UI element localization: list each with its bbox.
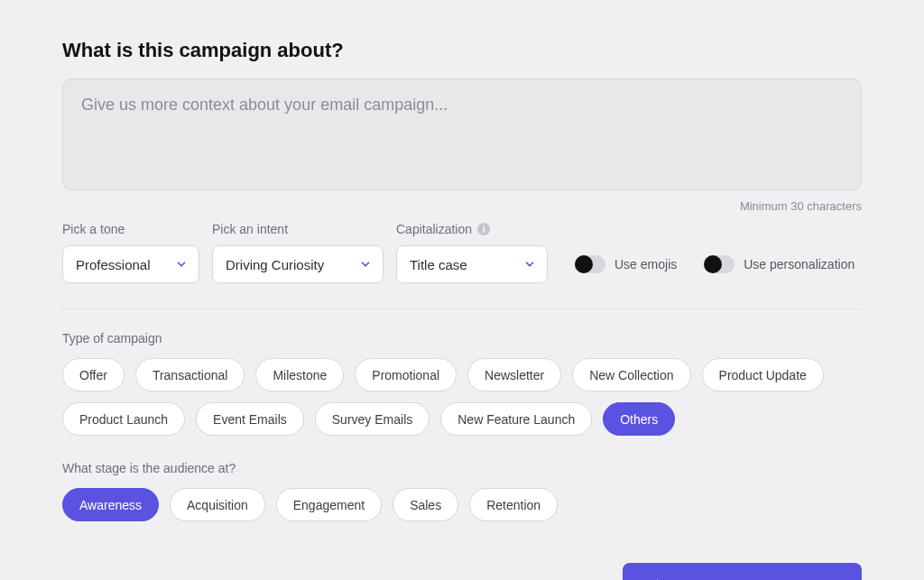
intent-value: Driving Curiosity <box>226 257 324 272</box>
emojis-toggle-label: Use emojis <box>614 257 677 272</box>
campaign-type-chip[interactable]: New Collection <box>572 358 690 391</box>
campaign-type-chip[interactable]: New Feature Launch <box>440 402 592 436</box>
campaign-type-chips: OfferTransactionalMilestonePromotionalNe… <box>62 358 862 436</box>
tone-label: Pick a tone <box>62 222 199 236</box>
emojis-toggle[interactable] <box>575 255 605 273</box>
page-title: What is this campaign about? <box>62 39 862 62</box>
intent-label: Pick an intent <box>212 222 383 236</box>
info-icon[interactable]: i <box>477 223 490 235</box>
campaign-type-chip[interactable]: Others <box>603 402 675 436</box>
capitalization-label: Capitalization i <box>396 222 548 236</box>
intent-select[interactable]: Driving Curiosity <box>212 245 383 283</box>
personalization-toggle-label: Use personalization <box>744 257 855 272</box>
campaign-type-chip[interactable]: Transactional <box>135 358 245 391</box>
campaign-type-chip[interactable]: Newsletter <box>467 358 561 391</box>
campaign-type-chip[interactable]: Milestone <box>255 358 344 391</box>
audience-stage-chip[interactable]: Engagement <box>276 488 382 521</box>
audience-stage-chip[interactable]: Acquisition <box>170 488 265 521</box>
audience-stage-chip[interactable]: Sales <box>393 488 458 521</box>
generate-subject-lines-button[interactable]: Generate subject lines <box>623 563 862 580</box>
min-characters-hint: Minimum 30 characters <box>62 199 862 213</box>
campaign-context-input[interactable] <box>62 78 862 190</box>
capitalization-select[interactable]: Title case <box>396 245 548 283</box>
chevron-down-icon <box>175 258 188 271</box>
personalization-toggle-group: Use personalization <box>704 245 855 283</box>
campaign-type-chip[interactable]: Offer <box>62 358 125 391</box>
campaign-type-chip[interactable]: Survey Emails <box>315 402 430 436</box>
tone-control: Pick a tone Professional <box>62 222 199 283</box>
audience-stage-chip[interactable]: Retention <box>469 488 558 521</box>
audience-stage-chip[interactable]: Awareness <box>62 488 159 521</box>
capitalization-value: Title case <box>410 257 467 272</box>
campaign-type-label: Type of campaign <box>62 331 862 345</box>
audience-stage-chips: AwarenessAcquisitionEngagementSalesReten… <box>62 488 862 521</box>
tone-select[interactable]: Professional <box>62 245 199 283</box>
campaign-type-chip[interactable]: Product Update <box>702 358 824 391</box>
emojis-toggle-group: Use emojis <box>575 245 677 283</box>
campaign-form-card: What is this campaign about? Minimum 30 … <box>15 5 909 580</box>
capitalization-control: Capitalization i Title case <box>396 222 548 283</box>
tone-value: Professional <box>76 257 151 272</box>
intent-control: Pick an intent Driving Curiosity <box>212 222 383 283</box>
footer-row: Hide Advanced Filters Generate subject l… <box>62 563 862 580</box>
campaign-type-chip[interactable]: Promotional <box>355 358 457 391</box>
chevron-down-icon <box>523 258 536 271</box>
capitalization-label-text: Capitalization <box>396 222 472 236</box>
audience-stage-label: What stage is the audience at? <box>62 461 862 475</box>
chevron-down-icon <box>359 258 372 271</box>
controls-row: Pick a tone Professional Pick an intent … <box>62 222 862 309</box>
personalization-toggle[interactable] <box>704 255 735 273</box>
campaign-type-chip[interactable]: Event Emails <box>196 402 304 436</box>
campaign-type-chip[interactable]: Product Launch <box>62 402 185 436</box>
